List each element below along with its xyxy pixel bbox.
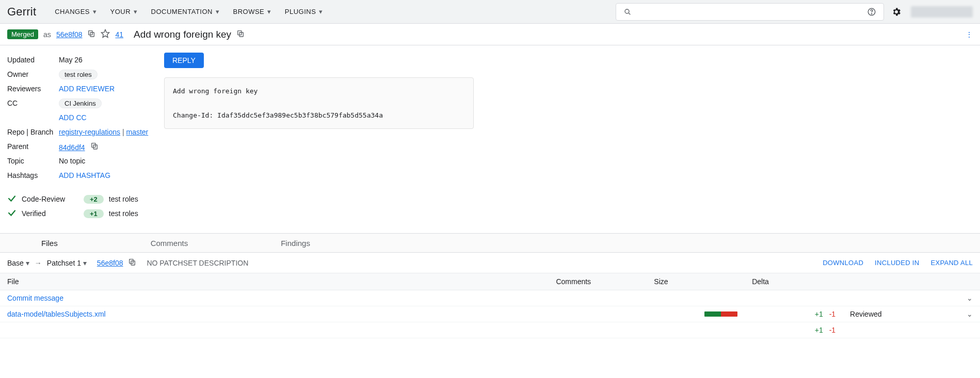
download-button[interactable]: DOWNLOAD — [823, 259, 863, 267]
base-selector[interactable]: Base ▾ — [7, 259, 29, 267]
copy-icon[interactable] — [87, 29, 95, 39]
search-icon — [621, 6, 634, 18]
vote-label: Verified — [22, 209, 78, 218]
vote-score: +1 — [84, 209, 104, 218]
patchset-selector[interactable]: Patchset 1 ▾ — [47, 259, 87, 267]
file-comments — [549, 306, 647, 322]
vote-by: test roles — [109, 209, 138, 218]
star-count[interactable]: 41 — [115, 30, 123, 39]
search-box[interactable] — [616, 3, 884, 21]
file-row[interactable]: data-model/tablesSubjects.xml +1 -1 Revi… — [0, 306, 980, 322]
patchset-row: Base ▾ → Patchset 1 ▾ 56e8f08 NO PATCHSE… — [0, 253, 980, 273]
page-title: Add wrong foreign key — [134, 29, 231, 40]
file-delta — [745, 290, 843, 306]
file-totals-row: +1 -1 — [0, 322, 980, 338]
more-actions-icon[interactable]: ⋮ — [966, 30, 973, 39]
as-prefix: as — [43, 30, 51, 39]
copy-icon[interactable] — [128, 258, 136, 268]
totals-del: -1 — [829, 326, 836, 334]
file-name[interactable]: data-model/tablesSubjects.xml — [7, 310, 106, 318]
svg-point-0 — [625, 9, 629, 13]
file-size — [647, 290, 745, 306]
vote-label: Code-Review — [22, 195, 78, 203]
gear-icon[interactable] — [889, 5, 904, 19]
nav-plugins[interactable]: PLUGINS ▾ — [280, 5, 328, 19]
help-icon[interactable] — [865, 5, 878, 19]
tab-comments[interactable]: Comments — [140, 235, 199, 252]
col-status — [843, 273, 941, 290]
parent-link[interactable]: 84d6df4 — [59, 143, 85, 152]
add-hashtag-button[interactable]: ADD HASHTAG — [59, 171, 156, 179]
commit-message-card: Add wrong foreign key Change-Id: Idaf35d… — [164, 77, 474, 129]
vote-score: +2 — [84, 195, 104, 204]
chevron-down-icon: ▾ — [93, 8, 97, 15]
meta-updated-value: May 26 — [59, 56, 156, 64]
repo-link[interactable]: registry-regulations — [59, 128, 120, 136]
change-title-bar: Merged as 56e8f08 41 Add wrong foreign k… — [0, 24, 980, 45]
base-label: Base — [7, 259, 24, 267]
metadata-panel: Updated May 26 Owner test roles Reviewer… — [7, 53, 156, 221]
file-delta: +1 -1 — [745, 306, 843, 322]
tab-files[interactable]: Files — [31, 235, 68, 252]
col-delta: Delta — [745, 273, 843, 290]
meta-updated-label: Updated — [7, 56, 59, 64]
svg-point-3 — [871, 13, 872, 14]
meta-owner-label: Owner — [7, 70, 59, 78]
branch-link[interactable]: master — [126, 128, 148, 136]
check-icon — [7, 208, 17, 219]
chevron-down-icon: ▾ — [83, 259, 87, 267]
main-area: Updated May 26 Owner test roles Reviewer… — [0, 45, 980, 233]
user-menu[interactable] — [911, 6, 973, 18]
top-header: Gerrit CHANGES ▾ YOUR ▾ DOCUMENTATION ▾ … — [0, 0, 980, 24]
svg-marker-6 — [102, 30, 109, 38]
star-icon[interactable] — [101, 29, 110, 40]
meta-reviewers-label: Reviewers — [7, 85, 59, 93]
file-size — [647, 306, 745, 322]
cc-chip[interactable]: CI Jenkins — [59, 98, 102, 108]
meta-topic-label: Topic — [7, 157, 59, 165]
status-badge: Merged — [7, 29, 38, 39]
chevron-down-icon: ▾ — [134, 8, 138, 15]
meta-hashtags-label: Hashtags — [7, 171, 59, 179]
svg-line-1 — [629, 13, 630, 14]
nav-browse[interactable]: BROWSE ▾ — [228, 5, 276, 19]
included-in-button[interactable]: INCLUDED IN — [875, 259, 919, 267]
brand[interactable]: Gerrit — [7, 5, 36, 19]
chevron-down-icon[interactable]: ⌄ — [967, 310, 973, 318]
top-nav: CHANGES ▾ YOUR ▾ DOCUMENTATION ▾ BROWSE … — [50, 5, 328, 19]
file-name[interactable]: Commit message — [7, 294, 63, 302]
search-input[interactable] — [638, 8, 861, 16]
nav-your[interactable]: YOUR ▾ — [105, 5, 143, 19]
chevron-down-icon[interactable]: ⌄ — [967, 294, 973, 302]
nav-documentation[interactable]: DOCUMENTATION ▾ — [146, 5, 225, 19]
meta-parent-label: Parent — [7, 142, 59, 151]
nav-changes[interactable]: CHANGES ▾ — [50, 5, 102, 19]
nav-label: YOUR — [110, 8, 131, 15]
chevron-down-icon: ▾ — [26, 259, 29, 267]
add-cc-button[interactable]: ADD CC — [59, 113, 156, 122]
vote-verified: Verified +1 test roles — [7, 206, 156, 221]
commit-link[interactable]: 56e8f08 — [56, 30, 83, 39]
totals-add: +1 — [815, 326, 823, 334]
owner-chip[interactable]: test roles — [59, 70, 98, 79]
nav-label: DOCUMENTATION — [151, 8, 213, 15]
check-icon — [7, 194, 17, 205]
meta-cc-label: CC — [7, 99, 59, 107]
tab-findings[interactable]: Findings — [270, 235, 320, 252]
col-file: File — [0, 273, 549, 290]
file-comments — [549, 290, 647, 306]
copy-icon[interactable] — [90, 143, 99, 152]
nav-label: PLUGINS — [285, 8, 316, 15]
no-patchset-desc: NO PATCHSET DESCRIPTION — [147, 259, 248, 267]
expand-all-button[interactable]: EXPAND ALL — [930, 259, 973, 267]
copy-icon[interactable] — [236, 29, 245, 39]
chevron-down-icon: ▾ — [267, 8, 271, 15]
file-row[interactable]: Commit message ⌄ — [0, 290, 980, 306]
add-reviewer-button[interactable]: ADD REVIEWER — [59, 85, 156, 93]
files-table: File Comments Size Delta Commit message … — [0, 273, 980, 338]
col-comments: Comments — [549, 273, 647, 290]
reply-button[interactable]: REPLY — [164, 53, 204, 68]
nav-label: BROWSE — [233, 8, 264, 15]
col-size: Size — [647, 273, 745, 290]
patchset-sha[interactable]: 56e8f08 — [97, 259, 123, 267]
